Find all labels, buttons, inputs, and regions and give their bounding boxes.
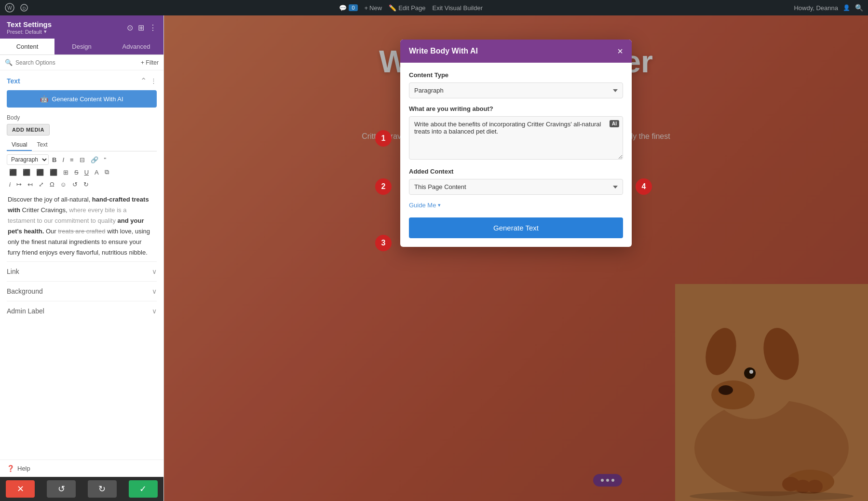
undo-button[interactable]: ↺ xyxy=(47,480,76,498)
svg-text:D: D xyxy=(23,6,26,11)
redo-button[interactable]: ↻ xyxy=(88,480,117,498)
help-icon: ❓ xyxy=(7,465,14,472)
admin-label-section[interactable]: Admin Label ∨ xyxy=(7,301,157,321)
italic2-button[interactable]: i xyxy=(7,179,13,190)
tab-design[interactable]: Design xyxy=(54,39,109,54)
step-3-badge: 3 xyxy=(375,235,392,251)
step-2-badge: 2 xyxy=(375,178,392,195)
svg-text:W: W xyxy=(7,5,12,11)
save-icon: ✓ xyxy=(139,484,147,494)
guide-me-link[interactable]: Guide Me ▾ xyxy=(409,202,441,209)
new-menu-item[interactable]: + New xyxy=(365,4,382,12)
howdy-label: Howdy, Deanna xyxy=(794,4,838,12)
align-left-button[interactable]: ⬛ xyxy=(7,167,19,177)
close-icon: ✕ xyxy=(17,484,24,494)
canvas-area: Welcome to Critter Cravings! Critter Cra… xyxy=(164,15,868,501)
background-section[interactable]: Background ∨ xyxy=(7,281,157,301)
sidebar-header: Text Settings Preset: Default ▾ ⊙ ⊞ ⋮ xyxy=(0,15,163,39)
emoji-button[interactable]: ☺ xyxy=(58,179,69,190)
font-color-button[interactable]: A xyxy=(92,167,101,177)
writing-about-textarea[interactable] xyxy=(409,116,623,160)
link-button[interactable]: 🔗 xyxy=(88,155,101,165)
unordered-list-button[interactable]: ≡ xyxy=(68,155,76,165)
modal-body: Content Type Paragraph List Heading Shor… xyxy=(400,63,632,247)
sidebar-title: Text Settings xyxy=(7,20,52,28)
body-text-content: Discover the joy of all-natural, hand-cr… xyxy=(7,191,157,261)
filter-button[interactable]: + Filter xyxy=(141,59,159,66)
help-footer[interactable]: ❓ Help xyxy=(0,460,163,477)
ordered-list-button[interactable]: ⊟ xyxy=(77,155,87,165)
align-right-button[interactable]: ⬛ xyxy=(34,167,46,177)
text-section-menu[interactable]: ⋮ xyxy=(150,77,157,84)
exit-visual-builder-item[interactable]: Exit Visual Builder xyxy=(433,4,483,12)
italic-button[interactable]: I xyxy=(60,155,67,165)
generate-text-button[interactable]: Generate Text xyxy=(409,217,623,238)
toolbar-row-2: ⬛ ⬛ ⬛ ⬛ ⊞ S U A ⧉ xyxy=(7,167,157,177)
strikethrough-button[interactable]: S xyxy=(72,167,81,177)
sidebar-search-icon[interactable]: ⊙ xyxy=(127,23,133,32)
search-icon: 🔍 xyxy=(5,59,13,66)
outdent-button[interactable]: ↤ xyxy=(25,179,35,190)
background-section-arrow: ∨ xyxy=(152,287,157,295)
sidebar-tabs: Content Design Advanced xyxy=(0,39,163,55)
tab-content[interactable]: Content xyxy=(0,39,54,54)
save-button[interactable]: ✓ xyxy=(129,480,158,498)
wp-search-icon[interactable]: 🔍 xyxy=(855,4,863,12)
sidebar-more-icon[interactable]: ⋮ xyxy=(149,23,157,32)
bottom-action-bar: ✕ ↺ ↻ ✓ xyxy=(0,477,163,501)
divi-icon[interactable]: D xyxy=(20,4,28,12)
generate-ai-button[interactable]: 🤖 Generate Content With AI xyxy=(7,90,157,108)
sidebar-content: Text ⌃ ⋮ 🤖 Generate Content With AI Body… xyxy=(0,70,163,460)
paragraph-select[interactable]: Paragraph xyxy=(7,154,49,165)
comment-count-item[interactable]: 💬 0 xyxy=(339,4,357,12)
admin-label-section-label: Admin Label xyxy=(7,307,44,315)
modal-close-button[interactable]: × xyxy=(617,46,623,56)
user-avatar: 👤 xyxy=(843,4,850,11)
editor-tab-visual[interactable]: Visual xyxy=(7,139,32,151)
background-section-label: Background xyxy=(7,287,43,295)
editor-tabs: Visual Text xyxy=(7,139,157,151)
admin-label-section-arrow: ∨ xyxy=(152,307,157,315)
add-media-button[interactable]: ADD MEDIA xyxy=(7,124,50,135)
search-options-input[interactable] xyxy=(15,59,138,66)
step-1-badge: 1 xyxy=(375,130,392,147)
wordpress-logo-icon[interactable]: W xyxy=(5,3,14,13)
edit-page-item[interactable]: ✏️ Edit Page xyxy=(389,4,425,12)
special-chars-button[interactable]: Ω xyxy=(47,179,57,190)
writing-about-group: AI xyxy=(409,116,623,161)
modal-title: Write Body With AI xyxy=(409,47,478,55)
modal-header: Write Body With AI × xyxy=(400,40,632,63)
align-justify-button[interactable]: ⬛ xyxy=(47,167,60,177)
expand-button[interactable]: ⤢ xyxy=(36,179,46,190)
bold-button[interactable]: B xyxy=(50,155,59,165)
content-type-select[interactable]: Paragraph List Heading Short Text xyxy=(409,82,623,98)
added-context-select[interactable]: This Page Content None Custom xyxy=(409,179,623,195)
step-4-badge: 4 xyxy=(636,178,652,195)
options-search-bar: 🔍 + Filter xyxy=(0,55,163,70)
editor-tab-text[interactable]: Text xyxy=(32,139,52,151)
underline-button[interactable]: U xyxy=(82,167,91,177)
page-background: Welcome to Critter Cravings! Critter Cra… xyxy=(164,15,868,501)
table-button[interactable]: ⊞ xyxy=(61,167,71,177)
ai-modal: Write Body With AI × Content Type Paragr… xyxy=(400,40,632,247)
modal-overlay: 1 2 3 4 xyxy=(164,15,868,501)
text-section-title: Text xyxy=(7,77,20,85)
close-button[interactable]: ✕ xyxy=(6,480,35,498)
undo-icon: ↺ xyxy=(58,484,65,494)
redo-editor-button[interactable]: ↻ xyxy=(81,179,91,190)
added-context-label: Added Context xyxy=(409,168,623,175)
tab-advanced[interactable]: Advanced xyxy=(109,39,163,54)
link-section[interactable]: Link ∨ xyxy=(7,261,157,281)
sidebar-panel: Text Settings Preset: Default ▾ ⊙ ⊞ ⋮ Co… xyxy=(0,15,164,501)
indent-button[interactable]: ↦ xyxy=(14,179,24,190)
undo-editor-button[interactable]: ↺ xyxy=(70,179,80,190)
link-section-label: Link xyxy=(7,268,19,275)
blockquote-button[interactable]: " xyxy=(102,155,109,165)
paste-text-button[interactable]: ⧉ xyxy=(102,167,111,177)
align-center-button[interactable]: ⬛ xyxy=(20,167,33,177)
sidebar-columns-icon[interactable]: ⊞ xyxy=(138,23,144,32)
toolbar-row-1: Paragraph B I ≡ ⊟ 🔗 " xyxy=(7,154,157,165)
preset-selector[interactable]: Preset: Default ▾ xyxy=(7,28,52,35)
comment-badge: 0 xyxy=(349,4,357,11)
text-section-collapse[interactable]: ⌃ xyxy=(140,76,147,85)
